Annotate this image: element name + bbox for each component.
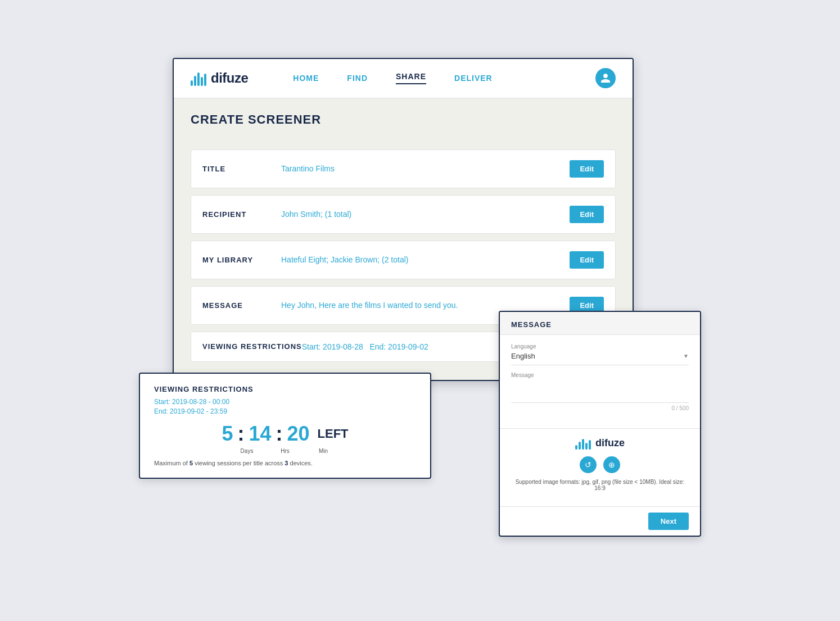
message-textarea[interactable]: [511, 380, 689, 403]
popup-end-label: End:: [154, 407, 168, 415]
modal-title: MESSAGE: [511, 320, 689, 329]
countdown-days: 5: [222, 422, 233, 446]
logo-text: difuze: [211, 70, 248, 86]
countdown-labels: Days Hrs Min: [154, 448, 416, 454]
nav-home[interactable]: HOME: [293, 74, 319, 83]
sessions-count: 5: [189, 460, 193, 466]
upload-icon[interactable]: ↺: [580, 456, 597, 473]
end-label: End:: [369, 342, 386, 351]
navbar: difuze HOME FIND SHARE DELIVER: [174, 59, 633, 98]
modal-logo-row: difuze: [575, 437, 625, 450]
recipient-value: John Smith; (1 total): [281, 210, 570, 219]
title-row: TITLE Tarantino Films Edit: [191, 149, 616, 188]
title-edit-button[interactable]: Edit: [570, 160, 604, 178]
popup-start-value: 2019-08-28 - 00:00: [172, 398, 229, 406]
hrs-label: Hrs: [274, 448, 296, 454]
countdown-area: 5 : 14 : 20 LEFT: [154, 422, 416, 446]
image-icon[interactable]: ⊕: [603, 456, 620, 473]
viewing-label: VIEWING RESTRICTIONS: [202, 342, 302, 351]
note-text: Maximum of: [154, 460, 188, 466]
viewing-restrictions-popup: VIEWING RESTRICTIONS Start: 2019-08-28 -…: [139, 373, 431, 479]
support-text: Supported image formats: jpg, gif, png (…: [511, 479, 689, 491]
nav-links: HOME FIND SHARE DELIVER: [293, 72, 595, 84]
logo-waves-icon: [191, 70, 206, 86]
message-value: Hey John, Here are the films I wanted to…: [281, 301, 570, 310]
end-value: 2019-09-02: [388, 342, 428, 351]
sessions-label: viewing sessions per title across: [195, 460, 283, 466]
min-label: Min: [312, 448, 335, 454]
dropdown-arrow-icon: ▼: [683, 353, 689, 359]
days-label: Days: [236, 448, 258, 454]
modal-logo-area: difuze ↺ ⊕ Supported image formats: jpg,…: [500, 428, 700, 506]
recipient-row: RECIPIENT John Smith; (1 total) Edit: [191, 195, 616, 234]
page-header: CREATE SCREENER: [174, 98, 633, 138]
message-modal: MESSAGE Language English ▼ Message 0 / 5…: [499, 311, 701, 537]
devices-count: 3: [284, 460, 288, 466]
countdown-minutes: 20: [287, 422, 310, 446]
modal-logo-waves-icon: [575, 437, 591, 450]
message-label: MESSAGE: [202, 301, 281, 310]
start-label: Start:: [302, 342, 320, 351]
start-value: 2019-08-28: [323, 342, 363, 351]
title-label: TITLE: [202, 165, 281, 173]
colon-2: :: [276, 422, 283, 446]
countdown-hours: 14: [249, 422, 271, 446]
library-edit-button[interactable]: Edit: [570, 251, 604, 269]
popup-end-value: 2019-09-02 - 23:59: [170, 407, 227, 415]
modal-logo-text: difuze: [595, 437, 625, 449]
language-field-label: Language: [511, 343, 689, 350]
library-row: MY LIBRARY Hateful Eight; Jackie Brown; …: [191, 241, 616, 279]
nav-deliver[interactable]: DELIVER: [454, 74, 493, 83]
devices-label: devices.: [290, 460, 313, 466]
modal-icons-row: ↺ ⊕: [580, 456, 620, 473]
user-avatar[interactable]: [595, 68, 616, 88]
page-title: CREATE SCREENER: [191, 112, 321, 126]
language-value: English: [511, 352, 683, 360]
viewing-popup-end: End: 2019-09-02 - 23:59: [154, 407, 416, 415]
modal-body: Language English ▼ Message 0 / 500: [500, 335, 700, 428]
viewing-popup-title: VIEWING RESTRICTIONS: [154, 385, 416, 393]
popup-start-label: Start:: [154, 398, 170, 406]
language-select[interactable]: English ▼: [511, 352, 689, 365]
viewing-popup-start: Start: 2019-08-28 - 00:00: [154, 398, 416, 406]
recipient-label: RECIPIENT: [202, 210, 281, 219]
colon-1: :: [237, 422, 244, 446]
nav-find[interactable]: FIND: [347, 74, 368, 83]
nav-share[interactable]: SHARE: [396, 72, 426, 84]
recipient-edit-button[interactable]: Edit: [570, 206, 604, 223]
modal-header: MESSAGE: [500, 312, 700, 335]
next-button[interactable]: Next: [648, 513, 689, 530]
logo-area: difuze: [191, 70, 248, 86]
library-label: MY LIBRARY: [202, 256, 281, 264]
viewing-popup-note: Maximum of 5 viewing sessions per title …: [154, 460, 416, 466]
library-value: Hateful Eight; Jackie Brown; (2 total): [281, 255, 570, 264]
message-field-label: Message: [511, 372, 689, 378]
char-count: 0 / 500: [511, 405, 689, 411]
modal-footer: Next: [500, 506, 700, 536]
countdown-left-label: LEFT: [318, 427, 349, 441]
title-value: Tarantino Films: [281, 164, 570, 173]
